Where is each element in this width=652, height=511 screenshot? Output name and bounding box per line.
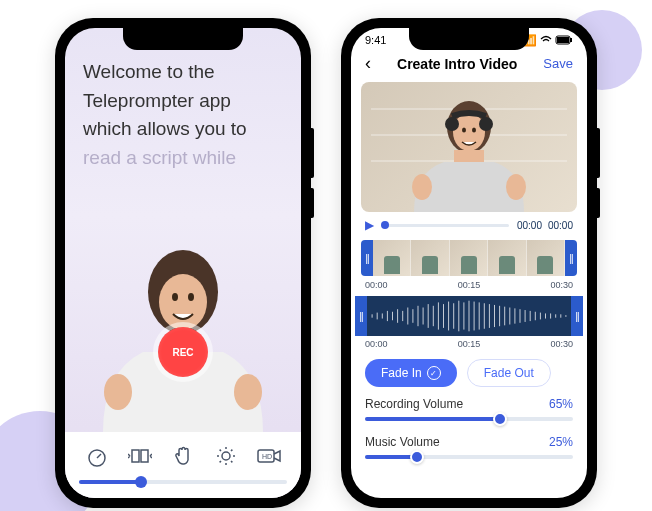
page-title: Create Intro Video — [397, 56, 517, 72]
playback-bar: ▶ 00:00 00:00 — [351, 212, 587, 238]
filmstrip-frame — [411, 240, 449, 276]
video-preview[interactable] — [361, 82, 577, 212]
filmstrip-frame — [488, 240, 526, 276]
timestamp: 00:00 — [365, 339, 388, 349]
timestamp: 00:30 — [550, 280, 573, 290]
play-button[interactable]: ▶ — [365, 218, 374, 232]
script-line: which allows you to — [83, 115, 283, 144]
recording-volume-label: Recording Volume — [365, 397, 463, 411]
waveform-icon — [367, 299, 571, 333]
mirror-icon[interactable] — [126, 442, 154, 470]
trim-handle-left[interactable]: ‖ — [361, 240, 373, 276]
header: ‹ Create Intro Video Save — [351, 47, 587, 82]
phone-left: Welcome to the Teleprompter app which al… — [55, 18, 311, 508]
timestamp: 00:15 — [458, 339, 481, 349]
waveform-track[interactable]: ‖ — [355, 296, 583, 336]
svg-rect-13 — [557, 37, 569, 43]
music-volume-label: Music Volume — [365, 435, 440, 449]
svg-point-9 — [222, 452, 230, 460]
timestamp: 00:00 — [365, 280, 388, 290]
svg-point-2 — [104, 374, 132, 410]
recording-volume-value: 65% — [549, 397, 573, 411]
status-time: 9:41 — [365, 34, 386, 47]
camera-preview: REC — [65, 172, 301, 432]
save-button[interactable]: Save — [543, 56, 573, 71]
svg-point-4 — [172, 293, 178, 301]
svg-rect-8 — [141, 450, 148, 462]
quality-icon[interactable]: HD — [255, 442, 283, 470]
svg-point-18 — [412, 174, 432, 200]
svg-point-1 — [159, 274, 207, 330]
toolbar-slider[interactable] — [79, 480, 287, 484]
svg-point-22 — [462, 128, 466, 133]
person-illustration — [404, 92, 534, 212]
fade-out-button[interactable]: Fade Out — [467, 359, 551, 387]
music-volume-value: 25% — [549, 435, 573, 449]
svg-point-3 — [234, 374, 262, 410]
fade-in-label: Fade In — [381, 366, 422, 380]
fade-out-label: Fade Out — [484, 366, 534, 380]
recording-volume-slider[interactable] — [365, 417, 573, 421]
filmstrip[interactable]: ‖ ‖ — [361, 240, 577, 276]
wave-trim-right[interactable]: ‖ — [571, 296, 583, 336]
svg-point-20 — [445, 117, 459, 131]
script-line-upcoming: read a script while — [83, 144, 283, 173]
phone-right: 9:41 📶 ‹ Create Intro Video Save — [341, 18, 597, 508]
filmstrip-frame — [450, 240, 488, 276]
wifi-icon — [540, 35, 552, 47]
brightness-icon[interactable] — [212, 442, 240, 470]
filmstrip-frame — [373, 240, 411, 276]
timestamp: 00:30 — [550, 339, 573, 349]
scrubber[interactable] — [382, 224, 509, 227]
battery-icon — [555, 35, 573, 47]
script-line: Teleprompter app — [83, 87, 283, 116]
check-icon: ✓ — [427, 366, 441, 380]
svg-text:HD: HD — [262, 453, 272, 460]
hand-icon[interactable] — [169, 442, 197, 470]
time-end: 00:00 — [548, 220, 573, 231]
filmstrip-frame — [527, 240, 565, 276]
script-line: Welcome to the — [83, 58, 283, 87]
trim-handle-right[interactable]: ‖ — [565, 240, 577, 276]
svg-point-23 — [472, 128, 476, 133]
svg-point-5 — [188, 293, 194, 301]
fade-in-button[interactable]: Fade In ✓ — [365, 359, 457, 387]
timestamp: 00:15 — [458, 280, 481, 290]
time-start: 00:00 — [517, 220, 542, 231]
svg-point-21 — [479, 117, 493, 131]
wave-trim-left[interactable]: ‖ — [355, 296, 367, 336]
back-button[interactable]: ‹ — [365, 53, 371, 74]
speed-icon[interactable] — [83, 442, 111, 470]
record-button[interactable]: REC — [158, 327, 208, 377]
svg-rect-14 — [570, 38, 572, 42]
music-volume-slider[interactable] — [365, 455, 573, 459]
toolbar: HD — [65, 432, 301, 498]
svg-point-19 — [506, 174, 526, 200]
svg-rect-7 — [132, 450, 139, 462]
record-label: REC — [172, 347, 193, 358]
